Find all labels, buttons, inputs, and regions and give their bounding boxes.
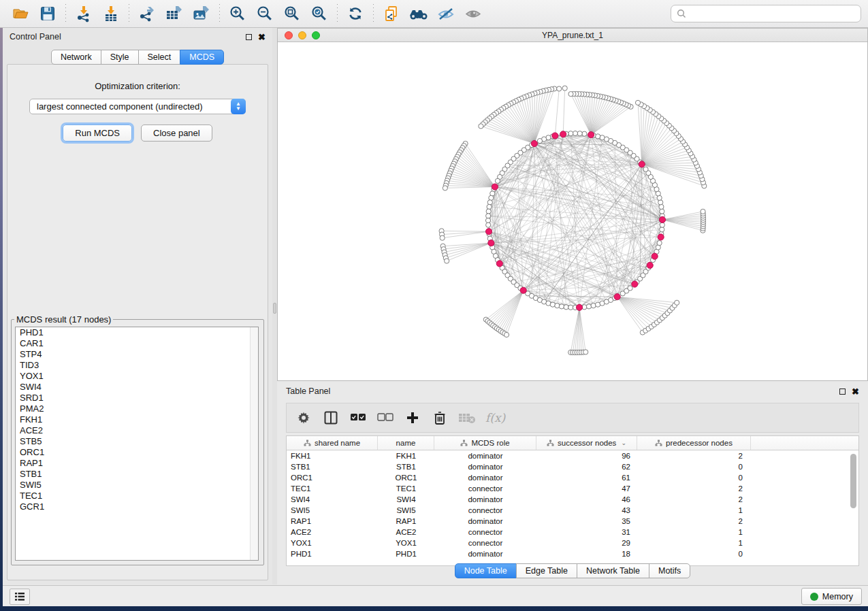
zoom-out-icon[interactable] <box>251 2 278 25</box>
table-row[interactable]: SWI5SWI5connector431 <box>287 505 858 516</box>
table-panel-title: Table Panel <box>286 386 330 396</box>
result-list-item[interactable]: SRD1 <box>16 393 258 403</box>
control-panel-tabs: NetworkStyleSelectMCDS <box>3 50 272 65</box>
mcds-hub-node[interactable] <box>652 253 658 259</box>
search-field[interactable] <box>671 5 861 22</box>
select-all-icon[interactable] <box>349 409 367 427</box>
close-panel-button[interactable]: Close panel <box>141 125 212 142</box>
tab-mcds[interactable]: MCDS <box>180 50 224 65</box>
panel-splitter[interactable] <box>272 28 277 584</box>
close-table-panel-icon[interactable]: ✖ <box>852 389 859 395</box>
mcds-hub-node[interactable] <box>647 262 653 268</box>
result-list-item[interactable]: TID3 <box>16 360 258 371</box>
share-document-icon[interactable] <box>378 2 405 25</box>
add-column-icon[interactable] <box>404 409 421 427</box>
memory-button[interactable]: Memory <box>801 588 862 605</box>
refresh-view-icon[interactable] <box>342 2 369 25</box>
column-panel-icon[interactable] <box>322 409 340 427</box>
column-header-predecessor-nodes[interactable]: predecessor nodes <box>637 436 751 450</box>
column-header-successor-nodes[interactable]: successor nodes⌄ <box>536 436 637 450</box>
mcds-hub-node[interactable] <box>588 132 594 138</box>
export-network-icon[interactable] <box>133 2 161 25</box>
float-table-panel-icon[interactable] <box>839 389 846 395</box>
table-cell: 0 <box>637 474 751 482</box>
mcds-hub-node[interactable] <box>492 184 498 190</box>
mcds-hub-node[interactable] <box>531 140 537 146</box>
table-row[interactable]: PHD1PHD1dominator180 <box>287 548 858 559</box>
tab-network-table[interactable]: Network Table <box>577 563 649 578</box>
mcds-hub-node[interactable] <box>614 294 620 300</box>
table-row[interactable]: TEC1TEC1connector472 <box>287 483 858 494</box>
result-list-item[interactable]: SWI5 <box>16 480 258 491</box>
result-list-item[interactable]: ACE2 <box>16 425 258 436</box>
mcds-hub-node[interactable] <box>488 240 494 246</box>
tab-network[interactable]: Network <box>51 50 101 65</box>
result-list-scrollbar[interactable] <box>250 327 258 560</box>
mcds-hub-node[interactable] <box>485 229 492 235</box>
open-file-icon[interactable] <box>7 2 34 25</box>
result-list-item[interactable]: RAP1 <box>16 458 258 469</box>
first-neighbors-icon[interactable] <box>405 2 432 25</box>
tab-edge-table[interactable]: Edge Table <box>516 563 577 578</box>
network-graph[interactable] <box>278 42 867 380</box>
table-row[interactable]: SWI4SWI4dominator462 <box>287 494 858 505</box>
mcds-hub-node[interactable] <box>496 261 502 267</box>
mcds-hub-node[interactable] <box>520 287 526 293</box>
save-session-icon[interactable] <box>34 2 61 25</box>
splitter-grip-icon[interactable] <box>273 303 276 314</box>
result-list-item[interactable]: YOX1 <box>16 371 258 382</box>
result-list-item[interactable]: STB1 <box>16 469 258 480</box>
tab-motifs[interactable]: Motifs <box>649 563 690 578</box>
run-mcds-button[interactable]: Run MCDS <box>63 125 132 142</box>
export-table-icon[interactable] <box>161 2 188 25</box>
import-table-icon[interactable] <box>97 2 125 25</box>
tab-style[interactable]: Style <box>101 50 139 65</box>
show-all-icon[interactable] <box>460 2 487 25</box>
mcds-hub-node[interactable] <box>639 161 645 167</box>
table-settings-gear-icon[interactable] <box>295 409 312 427</box>
float-panel-icon[interactable] <box>246 34 252 40</box>
delete-column-icon[interactable] <box>431 409 449 427</box>
result-list-item[interactable]: CAR1 <box>16 338 258 349</box>
search-input[interactable] <box>690 9 855 18</box>
result-list-item[interactable]: PHD1 <box>16 327 258 338</box>
result-list-item[interactable]: ORC1 <box>16 447 258 458</box>
mcds-hub-node[interactable] <box>632 281 638 287</box>
result-list-item[interactable]: FKH1 <box>16 414 258 425</box>
tab-select[interactable]: Select <box>138 50 181 65</box>
table-row[interactable]: ACE2ACE2connector311 <box>287 527 858 538</box>
zoom-fit-icon[interactable] <box>278 2 306 25</box>
result-list-item[interactable]: GCR1 <box>16 501 258 512</box>
task-history-button[interactable] <box>10 589 30 605</box>
mcds-hub-node[interactable] <box>560 131 566 137</box>
hide-selected-icon[interactable] <box>432 2 460 25</box>
export-image-icon[interactable] <box>188 2 215 25</box>
result-list-item[interactable]: SWI4 <box>16 382 258 393</box>
zoom-in-icon[interactable] <box>224 2 251 25</box>
tab-node-table[interactable]: Node Table <box>455 563 517 578</box>
column-header-MCDS-role[interactable]: MCDS role <box>434 436 536 450</box>
result-list-item[interactable]: TEC1 <box>16 491 258 501</box>
result-list-item[interactable]: STB5 <box>16 436 258 447</box>
mcds-hub-node[interactable] <box>576 304 582 310</box>
deselect-all-icon[interactable] <box>376 409 394 427</box>
table-row[interactable]: STB1STB1dominator620 <box>287 461 858 472</box>
table-row[interactable]: RAP1RAP1dominator352 <box>287 516 858 527</box>
mcds-hub-node[interactable] <box>552 133 558 139</box>
column-header-shared-name[interactable]: shared name <box>287 436 378 450</box>
result-list-item[interactable]: STP4 <box>16 349 258 360</box>
import-network-icon[interactable] <box>70 2 97 25</box>
zoom-selected-icon[interactable] <box>306 2 333 25</box>
mcds-hub-node[interactable] <box>658 234 664 240</box>
result-list-item[interactable]: PMA2 <box>16 403 258 414</box>
mcds-result-list[interactable]: PHD1CAR1STP4TID3YOX1SWI4SRD1PMA2FKH1ACE2… <box>15 327 259 561</box>
column-header-name[interactable]: name <box>378 436 434 450</box>
table-row[interactable]: ORC1ORC1dominator610 <box>287 472 858 483</box>
table-scrollbar-thumb[interactable] <box>850 454 856 508</box>
network-canvas[interactable] <box>278 42 867 380</box>
table-row[interactable]: YOX1YOX1connector291 <box>287 538 858 548</box>
table-row[interactable]: FKH1FKH1dominator962 <box>287 450 858 461</box>
mcds-hub-node[interactable] <box>659 216 665 222</box>
close-panel-icon[interactable]: ✖ <box>258 34 266 40</box>
criterion-dropdown[interactable]: largest connected component (undirected)… <box>29 99 246 114</box>
